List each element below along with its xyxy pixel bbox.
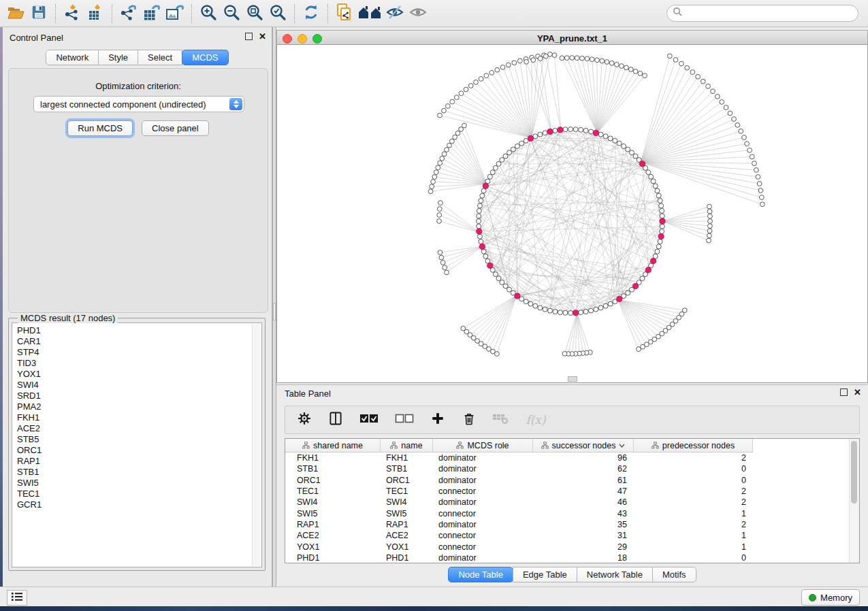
table-row[interactable]: ACE2ACE2connector311 xyxy=(285,530,850,541)
show-columns-button[interactable] xyxy=(327,412,344,428)
run-mcds-button[interactable]: Run MCDS xyxy=(67,120,133,136)
mcds-result-item[interactable]: PHD1 xyxy=(17,325,261,336)
close-panel-button[interactable]: Close panel xyxy=(142,120,209,136)
float-panel-icon[interactable] xyxy=(245,33,253,40)
table-row[interactable]: STB1STB1dominator620 xyxy=(285,463,850,474)
function-builder-button[interactable]: f(x) xyxy=(524,412,548,428)
mcds-result-item[interactable]: GCR1 xyxy=(17,499,261,510)
cell: dominator xyxy=(433,453,533,463)
export-table-button[interactable] xyxy=(140,3,163,24)
mcds-result-item[interactable]: SRD1 xyxy=(17,391,261,401)
mcds-result-item[interactable]: FKH1 xyxy=(17,412,261,423)
column-header-MCDS-role[interactable]: MCDS role xyxy=(433,439,533,452)
cell: 1 xyxy=(634,531,753,540)
import-table-button[interactable] xyxy=(84,3,107,24)
zoom-fit-button[interactable] xyxy=(243,3,266,24)
memory-button[interactable]: Memory xyxy=(801,589,860,606)
column-header-name[interactable]: name xyxy=(381,439,433,452)
column-header-successor-nodes[interactable]: successor nodes xyxy=(533,439,634,452)
mcds-result-item[interactable]: SWI4 xyxy=(17,380,261,391)
mcds-result-item[interactable]: TID3 xyxy=(17,358,261,369)
mcds-result-item[interactable]: TEC1 xyxy=(17,489,261,499)
mcds-tab-content: Optimization criterion: largest connecte… xyxy=(8,68,268,313)
table-row[interactable]: FKH1FKH1dominator962 xyxy=(285,452,850,463)
table-scrollbar[interactable] xyxy=(849,439,859,563)
hide-selected-button[interactable] xyxy=(383,3,406,24)
mcds-result-item[interactable]: YOX1 xyxy=(17,369,261,380)
delete-column-button[interactable] xyxy=(461,412,477,428)
import-network-button[interactable] xyxy=(61,3,84,24)
magnifier-plus-icon xyxy=(199,3,217,24)
tab-style[interactable]: Style xyxy=(98,50,138,65)
tab-motifs[interactable]: Motifs xyxy=(652,567,696,582)
open-file-button[interactable] xyxy=(4,3,27,24)
canvas-resize-handle[interactable] xyxy=(568,376,577,382)
mcds-result-item[interactable]: SWI5 xyxy=(17,478,261,489)
task-history-button[interactable] xyxy=(7,590,27,606)
table-row[interactable]: TEC1TEC1connector472 xyxy=(285,486,850,497)
table-row[interactable]: SWI5SWI5connector431 xyxy=(285,508,850,518)
zoom-in-button[interactable] xyxy=(197,3,220,24)
tab-network[interactable]: Network xyxy=(46,50,99,65)
cell: dominator xyxy=(433,464,533,474)
mcds-result-item[interactable]: RAP1 xyxy=(17,456,261,467)
tab-select[interactable]: Select xyxy=(138,50,182,65)
cell: 0 xyxy=(634,476,753,485)
tab-node-table[interactable]: Node Table xyxy=(448,567,513,582)
mcds-result-item[interactable]: ACE2 xyxy=(17,423,261,434)
cell: 61 xyxy=(533,476,634,485)
optimization-criterion-select[interactable]: largest connected component (undirected) xyxy=(33,96,244,112)
mcds-result-item[interactable]: PMA2 xyxy=(17,401,261,412)
table-row[interactable]: ORC1ORC1dominator610 xyxy=(285,475,850,486)
splitter-handle[interactable] xyxy=(273,303,276,320)
clone-network-button[interactable] xyxy=(333,3,356,24)
dropdown-stepper-icon xyxy=(229,98,242,110)
network-view-window: YPA_prune.txt_1 xyxy=(276,30,868,383)
table-row[interactable]: YOX1YOX1connector291 xyxy=(285,541,850,552)
mcds-result-item[interactable]: ORC1 xyxy=(17,445,261,456)
cell: 2 xyxy=(634,486,753,496)
home-networks-button[interactable] xyxy=(356,3,383,24)
refresh-view-button[interactable] xyxy=(300,3,323,24)
table-settings-button[interactable] xyxy=(296,412,312,428)
save-session-button[interactable] xyxy=(27,3,50,24)
zoom-selected-button[interactable] xyxy=(266,3,289,24)
mcds-result-list[interactable]: PHD1CAR1STP4TID3YOX1SWI4SRD1PMA2FKH1ACE2… xyxy=(12,323,262,567)
cell: connector xyxy=(433,542,533,552)
mcds-result-item[interactable]: STP4 xyxy=(17,347,261,358)
tab-network-table[interactable]: Network Table xyxy=(577,567,653,582)
select-all-button[interactable] xyxy=(359,412,379,428)
table-row[interactable]: RAP1RAP1dominator352 xyxy=(285,519,850,530)
houses-icon xyxy=(357,4,382,23)
search-input[interactable] xyxy=(683,7,858,19)
cell: YOX1 xyxy=(285,542,381,552)
show-hidden-button[interactable] xyxy=(406,3,430,24)
mcds-result-item[interactable]: STB5 xyxy=(17,434,261,445)
column-header-shared-name[interactable]: shared name xyxy=(285,439,381,452)
cell: 47 xyxy=(533,486,634,496)
network-graph[interactable] xyxy=(277,45,867,382)
tab-mcds[interactable]: MCDS xyxy=(182,50,228,65)
table-row[interactable]: PHD1PHD1dominator180 xyxy=(285,552,850,563)
column-header-predecessor-nodes[interactable]: predecessor nodes xyxy=(634,439,753,452)
mcds-result-item[interactable]: CAR1 xyxy=(17,336,261,347)
deselect-all-button[interactable] xyxy=(394,412,415,428)
delete-table-button[interactable] xyxy=(492,412,509,428)
float-panel-icon[interactable] xyxy=(840,389,848,396)
zoom-out-button[interactable] xyxy=(220,3,243,24)
mcds-list-scrollbar[interactable] xyxy=(252,324,261,566)
tab-edge-table[interactable]: Edge Table xyxy=(513,567,577,582)
list-icon xyxy=(11,592,23,604)
table-row[interactable]: SWI4SWI4dominator462 xyxy=(285,497,850,508)
export-network-button[interactable] xyxy=(117,3,140,24)
node-table: shared namenameMCDS rolesuccessor nodesp… xyxy=(285,438,860,563)
mcds-result-item[interactable]: STB1 xyxy=(17,467,261,478)
create-column-button[interactable] xyxy=(430,412,446,428)
magnifier-fit-icon xyxy=(246,3,263,24)
network-canvas[interactable] xyxy=(276,45,868,383)
close-panel-icon[interactable]: ✕ xyxy=(259,33,266,40)
table-scrollbar-thumb[interactable] xyxy=(851,441,857,503)
export-image-button[interactable] xyxy=(163,3,187,24)
close-panel-icon[interactable]: ✕ xyxy=(854,389,861,396)
network-window-titlebar: YPA_prune.txt_1 xyxy=(276,30,868,45)
